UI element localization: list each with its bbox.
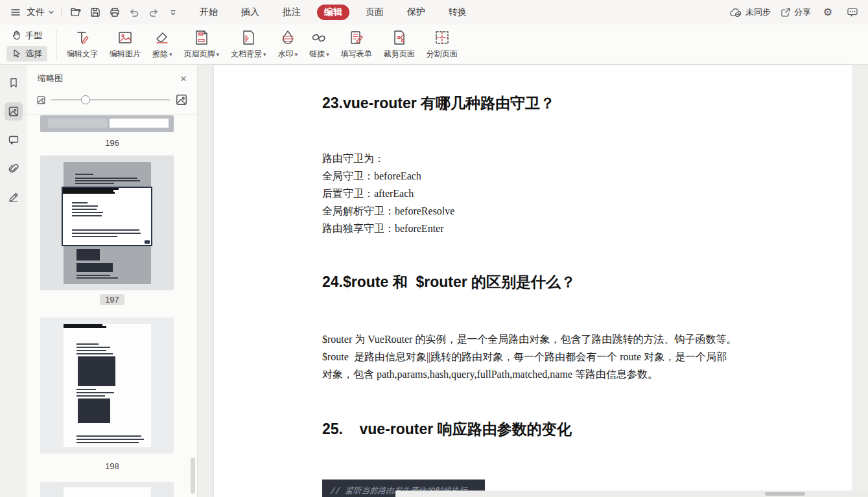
edit-image-label: 编辑图片 xyxy=(110,49,141,60)
bookmarks-panel-button[interactable] xyxy=(5,74,23,92)
thumbnail-size-slider[interactable] xyxy=(51,95,170,104)
zoom-out-image-icon[interactable] xyxy=(36,95,46,105)
watermark-button[interactable]: 水印▾ xyxy=(272,27,304,62)
edit-image-icon xyxy=(117,29,134,46)
document-view-area: 23.vue-router 有哪几种路由守卫？ 路由守卫为： 全局守卫：befo… xyxy=(198,65,868,497)
split-page-label: 分割页面 xyxy=(427,49,458,60)
tab-page[interactable]: 页面 xyxy=(358,5,391,20)
doc-guard-line[interactable]: 全局守卫：beforeEach xyxy=(322,167,421,185)
fill-form-button[interactable]: 填写表单 xyxy=(335,27,378,62)
edit-toolbar: 手型 选择 编辑文字 编辑图片 擦除▾ 页眉页脚▾ 文档背景▾ xyxy=(0,25,868,65)
thumbnail-list: 196 xyxy=(27,108,197,497)
close-icon[interactable]: × xyxy=(180,73,187,84)
more-commands-button[interactable] xyxy=(165,5,181,20)
doc-guard-line[interactable]: 路由守卫为： xyxy=(322,150,384,167)
dropdown-caret-icon: ▾ xyxy=(263,51,266,58)
header-footer-label: 页眉页脚 xyxy=(184,49,215,60)
hand-tool-label: 手型 xyxy=(25,30,42,41)
panel-vertical-scrollbar[interactable] xyxy=(191,457,195,494)
feedback-button[interactable] xyxy=(845,5,860,20)
horizontal-scrollbar-thumb[interactable] xyxy=(765,492,805,496)
file-menu-button[interactable]: 文件 xyxy=(8,5,54,20)
thumbnail-image-icon xyxy=(8,106,19,117)
header-footer-icon xyxy=(193,29,210,46)
doc-heading-23[interactable]: 23.vue-router 有哪几种路由守卫？ xyxy=(322,93,555,113)
document-page[interactable]: 23.vue-router 有哪几种路由守卫？ 路由守卫为： 全局守卫：befo… xyxy=(214,65,852,497)
slider-track xyxy=(51,99,170,100)
thumbnail-content xyxy=(110,119,169,128)
hand-tool-button[interactable]: 手型 xyxy=(6,28,47,43)
sync-status-button[interactable]: 未同步 xyxy=(729,6,771,18)
file-menu-label: 文件 xyxy=(27,6,45,18)
paperclip-icon xyxy=(8,163,19,174)
thumbnail-page-196[interactable] xyxy=(40,115,174,132)
share-button[interactable]: 分享 xyxy=(780,6,811,18)
erase-label: 擦除 xyxy=(152,49,168,60)
dropdown-caret-icon: ▾ xyxy=(326,51,329,58)
doc-heading-25[interactable]: 25. vue-router 响应路由参数的变化 xyxy=(322,419,572,439)
crop-page-button[interactable]: 裁剪页面 xyxy=(378,27,421,62)
attachments-panel-button[interactable] xyxy=(5,159,23,178)
slider-knob[interactable] xyxy=(81,95,90,104)
tab-convert[interactable]: 转换 xyxy=(441,5,474,20)
dropdown-caret-icon: ▾ xyxy=(217,51,220,58)
edit-text-label: 编辑文字 xyxy=(67,49,98,60)
edit-text-button[interactable]: 编辑文字 xyxy=(61,27,104,62)
save-button[interactable] xyxy=(88,5,103,20)
comments-panel-button[interactable] xyxy=(5,131,23,149)
select-tool-button[interactable]: 选择 xyxy=(6,46,47,62)
link-chain-icon xyxy=(311,29,327,46)
tab-home[interactable]: 开始 xyxy=(193,5,225,20)
doc-paragraph-line[interactable]: $router 为 VueRouter 的实例，是一个全局路由对象，包含了路由跳… xyxy=(322,330,736,348)
thumbnail-panel: 缩略图 × 196 xyxy=(27,65,198,497)
redo-button[interactable] xyxy=(146,5,161,20)
thumbnail-panel-title: 缩略图 xyxy=(38,73,63,84)
erase-button[interactable]: 擦除▾ xyxy=(147,27,178,62)
horizontal-scrollbar[interactable] xyxy=(395,491,868,497)
print-button[interactable] xyxy=(107,5,123,20)
doc-background-label: 文档背景 xyxy=(231,49,262,60)
link-button[interactable]: 链接▾ xyxy=(303,27,335,62)
comment-bubble-icon xyxy=(847,7,858,17)
doc-heading-24[interactable]: 24.$route 和 $router 的区别是什么？ xyxy=(322,272,576,292)
watermark-label: 水印 xyxy=(278,49,294,60)
doc-paragraph-line[interactable]: $route 是路由信息对象||跳转的路由对象，每一个路由都会有一个 route… xyxy=(322,348,727,365)
thumbnail-page-198[interactable] xyxy=(40,318,174,454)
doc-background-button[interactable]: 文档背景▾ xyxy=(225,27,272,62)
watermark-droplet-icon xyxy=(279,29,296,46)
settings-button[interactable]: ⚙ xyxy=(820,5,836,20)
tab-edit[interactable]: 编辑 xyxy=(317,5,349,20)
doc-guard-line[interactable]: 路由独享守卫：beforeEnter xyxy=(322,220,444,237)
tab-protect[interactable]: 保护 xyxy=(400,5,432,20)
edit-image-button[interactable]: 编辑图片 xyxy=(104,27,147,62)
signature-panel-button[interactable] xyxy=(5,188,23,206)
undo-button[interactable] xyxy=(126,5,142,20)
split-page-icon xyxy=(434,29,451,46)
comment-icon xyxy=(8,134,19,146)
thumbnail-page-number: 196 xyxy=(27,137,197,148)
doc-guard-line[interactable]: 后置守卫：afterEach xyxy=(322,185,414,202)
zoom-in-image-icon[interactable] xyxy=(175,93,188,106)
divider xyxy=(61,7,62,17)
thumbnail-content xyxy=(64,487,151,497)
doc-guard-line[interactable]: 全局解析守卫：beforeResolve xyxy=(322,202,454,220)
doc-paragraph-line[interactable]: 对象，包含 path,params,hash,query,fullPath,ma… xyxy=(322,365,658,383)
open-file-button[interactable] xyxy=(68,5,84,20)
share-label: 分享 xyxy=(794,6,811,18)
left-sidebar-rail xyxy=(0,65,27,497)
thumbnail-viewport-indicator[interactable] xyxy=(62,187,152,246)
tab-comment[interactable]: 批注 xyxy=(276,5,308,20)
split-page-button[interactable]: 分割页面 xyxy=(421,27,463,62)
thumbnail-code-block xyxy=(76,249,100,260)
bookmark-icon xyxy=(8,77,19,89)
thumbnail-page-197[interactable] xyxy=(40,156,174,290)
thumbnails-panel-button[interactable] xyxy=(5,102,23,121)
chevron-down-icon xyxy=(48,9,54,16)
tab-insert[interactable]: 插入 xyxy=(234,5,266,20)
pdf-editor-window: 文件 开始 插入 批注 xyxy=(0,0,868,497)
thumbnail-page-next-partial[interactable] xyxy=(40,482,174,497)
cursor-arrow-icon xyxy=(12,49,21,58)
header-footer-button[interactable]: 页眉页脚▾ xyxy=(178,27,226,62)
fill-form-icon xyxy=(348,29,365,46)
divider xyxy=(56,30,57,60)
